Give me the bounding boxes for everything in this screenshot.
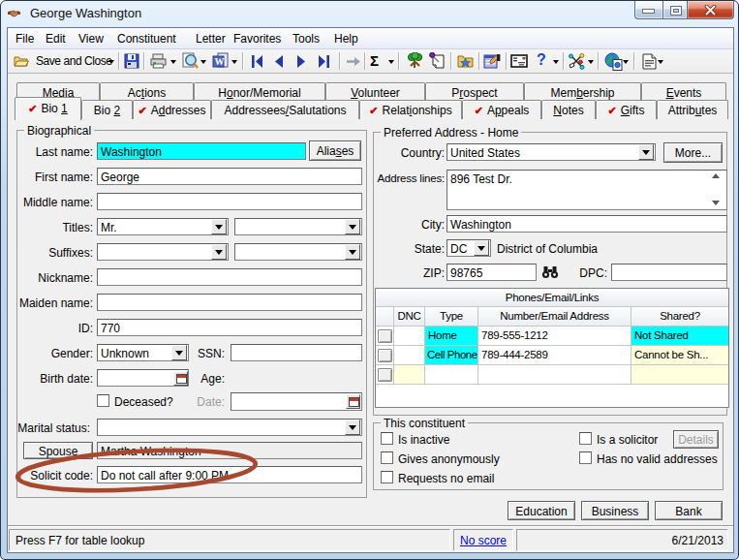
svg-text:W: W — [215, 56, 225, 67]
